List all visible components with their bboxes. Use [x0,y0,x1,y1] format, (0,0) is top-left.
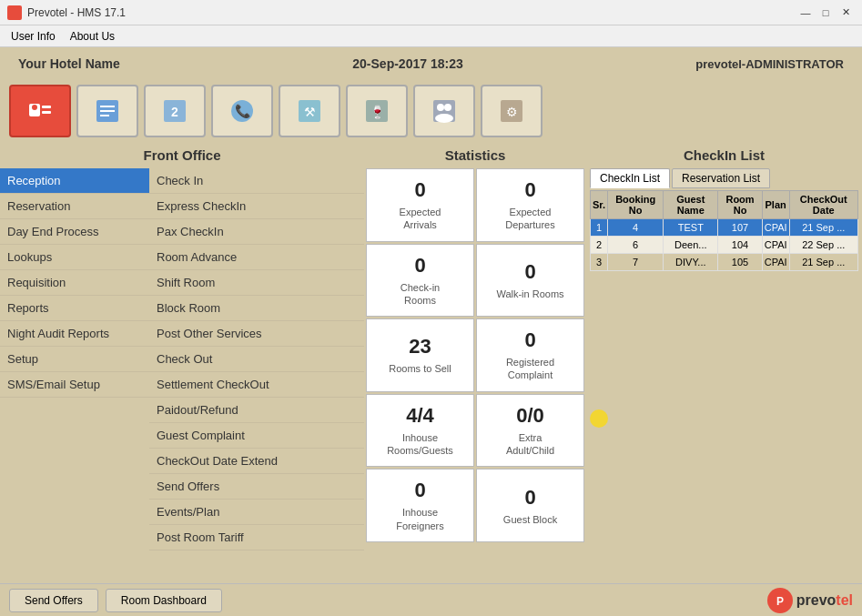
toolbar-phone[interactable]: 📞 [211,85,273,137]
checkin-panel: CheckIn List CheckIn List Reservation Li… [586,142,862,583]
stat-expected-departures[interactable]: 0 ExpectedDepartures [476,168,584,242]
stat-foreigners-number: 0 [414,479,425,502]
menu-about-us[interactable]: About Us [63,28,122,45]
col-booking: Booking No [608,191,664,219]
toolbar-settings[interactable]: ⚙ [481,85,543,137]
stat-arrivals-number: 0 [414,178,425,202]
menu-post-other-services[interactable]: Post Other Services [149,321,364,347]
sidebar-item-night-audit-reports[interactable]: Night Audit Reports [0,321,149,347]
stat-complaint-label: RegisteredComplaint [506,356,554,382]
toolbar: 2 📞 ⚒ 🍷 ⚙ [0,80,862,142]
menu-checkout-date-extend[interactable]: CheckOut Date Extend [149,449,364,474]
svg-rect-7 [100,110,115,112]
sidebar-item-sms-email-setup[interactable]: SMS/Email Setup [0,372,149,398]
table-row[interactable]: 14TEST107CPAI21 Sep ... [591,219,858,237]
menu-block-room[interactable]: Block Room [149,296,364,321]
toolbar-staff[interactable] [413,85,475,137]
stat-checkin-label: Check-inRooms [401,281,440,308]
stat-inhouse-rooms[interactable]: 4/4 InhouseRooms/Guests [366,394,474,468]
menu-settlement-checkout[interactable]: Settlement CheckOut [149,372,364,398]
footer-buttons: Send Offers Room Dashboard [9,589,222,612]
sidebar-item-day-end-process[interactable]: Day End Process [0,219,149,245]
statistics-panel: Statistics 0 ExpectedArrivals 0 Expected… [364,142,586,583]
menu-check-out[interactable]: Check Out [149,347,364,372]
header-date: 20-Sep-2017 18:23 [352,56,462,71]
stat-departures-label: ExpectedDepartures [505,206,554,232]
col-plan: Plan [762,191,789,219]
svg-text:⚙: ⚙ [506,105,518,119]
col-room: Room No [718,191,762,219]
table-row[interactable]: 26Deen...104CPAI22 Sep ... [591,237,858,254]
menu-send-offers[interactable]: Send Offers [149,474,364,500]
hotel-name: Your Hotel Name [18,56,120,71]
menu-express-checkin[interactable]: Express CheckIn [149,194,364,219]
menu-post-room-tariff[interactable]: Post Room Tariff [149,525,364,550]
close-button[interactable]: ✕ [837,5,855,21]
stat-extra-adult[interactable]: 0/0 ExtraAdult/Child [476,394,584,468]
app-icon [7,5,22,20]
svg-text:2: 2 [171,105,178,119]
statistics-grid: 0 ExpectedArrivals 0 ExpectedDepartures … [364,168,586,542]
sidebar-item-lookups[interactable]: Lookups [0,245,149,270]
sidebar-item-reception[interactable]: Reception [0,168,149,194]
checkin-tabs: CheckIn List Reservation List [590,168,858,188]
toolbar-accounts[interactable]: 2 [144,85,206,137]
minimize-button[interactable]: — [796,5,815,21]
tab-checkin-list[interactable]: CheckIn List [590,168,670,188]
stat-guest-block[interactable]: 0 Guest Block [476,469,584,542]
stat-walkin-number: 0 [524,260,535,284]
stat-inhouse-label: InhouseRooms/Guests [387,431,453,458]
stat-walkin-rooms[interactable]: 0 Walk-in Rooms [476,244,584,318]
col-guest: Guest Name [664,191,718,219]
stat-expected-arrivals[interactable]: 0 ExpectedArrivals [366,168,474,242]
left-menu: Reception Reservation Day End Process Lo… [0,168,364,550]
menu-pax-checkin[interactable]: Pax CheckIn [149,219,364,245]
sidebar-item-reservation[interactable]: Reservation [0,194,149,219]
svg-point-18 [437,104,444,111]
sidebar-item-requisition[interactable]: Requisition [0,270,149,296]
front-office-title: Front Office [0,142,364,168]
stat-rooms-to-sell[interactable]: 23 Rooms to Sell [366,318,474,392]
toolbar-reports[interactable] [76,85,138,137]
svg-point-2 [32,105,37,110]
tab-reservation-list[interactable]: Reservation List [672,168,770,188]
send-offers-button[interactable]: Send Offers [9,589,98,612]
sidebar-item-setup[interactable]: Setup [0,347,149,372]
stat-checkin-rooms[interactable]: 0 Check-inRooms [366,244,474,318]
menu-events-plan[interactable]: Events/Plan [149,500,364,525]
svg-rect-6 [100,106,115,107]
svg-rect-3 [42,106,51,108]
menu-check-in[interactable]: Check In [149,168,364,194]
stat-walkin-label: Walk-in Rooms [496,288,563,300]
sidebar-item-reports[interactable]: Reports [0,296,149,321]
logo-tel: tel [836,592,853,609]
svg-point-20 [435,114,453,123]
stat-inhouse-foreigners[interactable]: 0 InhouseForeigners [366,469,474,542]
maximize-button[interactable]: □ [816,5,835,21]
stat-extra-label: ExtraAdult/Child [506,431,554,458]
stat-guestblock-number: 0 [524,486,535,510]
checkin-table: Sr. Booking No Guest Name Room No Plan C… [590,190,858,271]
menu-guest-complaint[interactable]: Guest Complaint [149,423,364,449]
menu-paidout-refund[interactable]: Paidout/Refund [149,398,364,423]
svg-rect-4 [42,111,51,114]
stat-inhouse-number: 4/4 [406,404,434,428]
svg-text:⚒: ⚒ [304,105,316,119]
menu-room-advance[interactable]: Room Advance [149,245,364,270]
header: Your Hotel Name 20-Sep-2017 18:23 prevot… [0,47,862,80]
svg-text:P: P [776,595,784,608]
room-dashboard-button[interactable]: Room Dashboard [106,589,222,612]
stat-guestblock-label: Guest Block [503,513,557,526]
svg-rect-0 [9,7,20,18]
menu-bar: User Info About Us [0,25,862,47]
left-panel: Front Office Reception Reservation Day E… [0,142,364,583]
menu-shift-room[interactable]: Shift Room [149,270,364,296]
menu-user-info[interactable]: User Info [4,28,63,45]
table-row[interactable]: 37DIVY...105CPAI21 Sep ... [591,254,858,271]
toolbar-restaurant[interactable]: 🍷 [346,85,408,137]
stat-registered-complaint[interactable]: 0 RegisteredComplaint [476,318,584,392]
svg-text:📞: 📞 [235,104,251,119]
toolbar-housekeeping[interactable]: ⚒ [279,85,340,137]
stat-rooms-sell-number: 23 [409,335,431,358]
toolbar-front-office[interactable] [9,85,71,137]
